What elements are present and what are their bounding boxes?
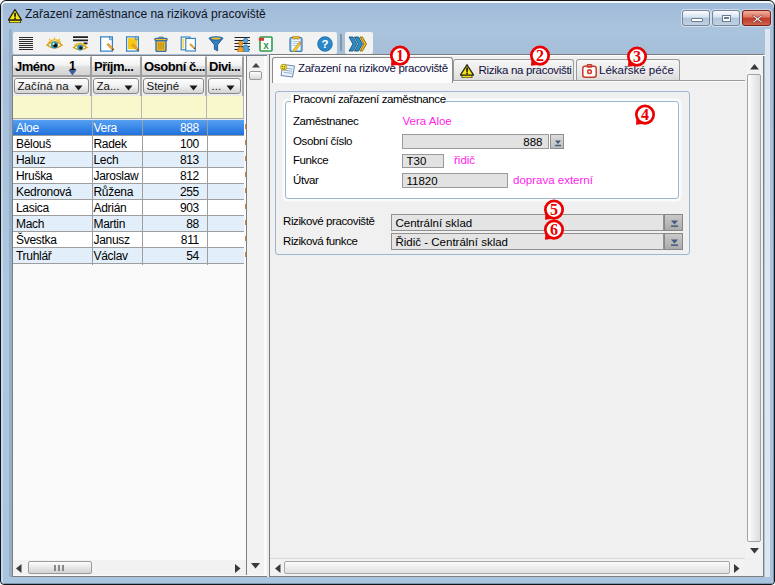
svg-text:6: 6 [550, 220, 558, 237]
svg-text:2: 2 [536, 46, 544, 63]
svg-text:3: 3 [633, 47, 641, 64]
svg-text:4: 4 [641, 106, 649, 123]
svg-text:5: 5 [550, 201, 558, 218]
svg-text:x: x [263, 39, 269, 50]
svg-text:?: ? [321, 38, 328, 50]
svg-text:1: 1 [396, 47, 404, 64]
